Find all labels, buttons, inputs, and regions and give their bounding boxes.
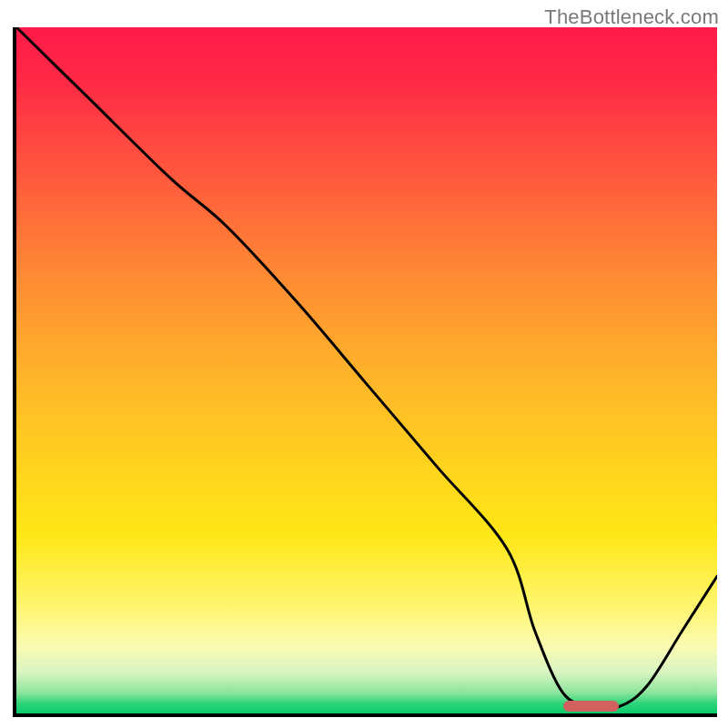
watermark-text: TheBottleneck.com — [544, 5, 719, 29]
bottleneck-curve — [16, 27, 717, 713]
plot-area — [16, 27, 717, 713]
chart-root: TheBottleneck.com — [0, 0, 728, 728]
curve-path — [16, 27, 717, 709]
optimal-range-marker — [563, 701, 620, 712]
